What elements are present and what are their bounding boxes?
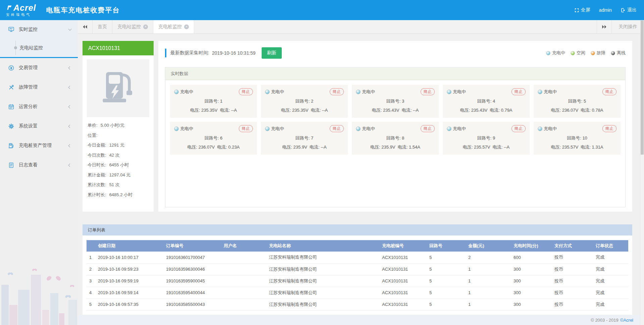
terminate-button[interactable]: 终止 — [421, 88, 435, 95]
channel-circuit: 回路号: 10 — [538, 135, 616, 141]
tabs-scroll-right-button[interactable] — [597, 20, 611, 34]
page-scrollbar[interactable] — [640, 20, 644, 325]
channel-meter: 电压: 235.43V 电流: --A — [356, 107, 435, 113]
orders-column-header: 订单状态 — [593, 240, 628, 252]
tab-pile-monitor[interactable]: 充电桩监控× — [153, 20, 194, 34]
legend-dot-icon — [611, 51, 615, 55]
sidebar-item-fault-mgmt[interactable]: 故障管理 — [0, 77, 78, 97]
monitor-icon — [8, 26, 14, 33]
sidebar-item-label: 交易管理 — [19, 65, 38, 71]
sidebar-item-label: 运营分析 — [19, 104, 38, 110]
terminate-button[interactable]: 终止 — [512, 125, 526, 132]
stat-label: 累计时长: — [88, 192, 106, 198]
channel-card: 充电中终止回路号: 2电压: 235.35V 电流: --A — [261, 85, 348, 118]
order-cell: 完成 — [593, 287, 628, 299]
terminate-button[interactable]: 终止 — [239, 88, 253, 95]
order-cell: 江苏安科瑞制造有限公司 — [266, 252, 379, 263]
terminate-button[interactable]: 终止 — [330, 88, 344, 95]
charging-status-icon — [174, 126, 179, 131]
scrollbar-thumb[interactable] — [641, 20, 644, 155]
order-cell: 1910163595400044 — [163, 287, 221, 299]
channel-status-label: 充电中 — [180, 89, 193, 95]
terminate-button[interactable]: 终止 — [421, 125, 435, 132]
order-cell: ACX1010131 — [379, 287, 427, 299]
channel-status: 充电中 — [174, 89, 193, 95]
station-id-header: ACX1010131 — [83, 41, 154, 55]
background-decoration — [0, 263, 78, 325]
legend-item: 空闲 — [571, 50, 585, 56]
terminate-button[interactable]: 终止 — [239, 125, 253, 132]
chevron-left-icon — [68, 66, 72, 69]
channel-status-label: 充电中 — [180, 126, 193, 132]
sidebar-item-pile-asset-mgmt[interactable]: 充电桩资产管理 — [0, 136, 78, 155]
channel-card: 充电中终止回路号: 6电压: 236.07V 电流: 0.23A — [170, 122, 257, 155]
tab-close-icon[interactable]: × — [143, 24, 148, 29]
top-header-bar: Acrel 安科瑞电气 电瓶车充电桩收费平台 全屏 admin 退出 — [0, 0, 644, 20]
channel-card: 充电中终止回路号: 1电压: 235.35V 电流: --A — [170, 85, 257, 118]
terminate-button[interactable]: 终止 — [602, 125, 616, 132]
username[interactable]: admin — [599, 7, 612, 13]
charging-status-icon — [356, 90, 361, 94]
fullscreen-button[interactable]: 全屏 — [574, 7, 590, 13]
tab-close-icon[interactable]: × — [184, 24, 189, 29]
stat-value: 51 次 — [109, 182, 120, 188]
tabs-scroll-left-button[interactable] — [78, 20, 93, 34]
station-stats: 单价:5.00 小时/元位置:今日金额:1291 元今日次数:42 次今日时长:… — [87, 122, 149, 198]
stat-label: 今日金额: — [88, 142, 106, 148]
channel-status: 充电中 — [265, 89, 284, 95]
close-operations-button[interactable]: 关闭操作 — [611, 20, 644, 34]
legend-label: 空闲 — [577, 50, 585, 56]
orders-column-header: 回路号 — [427, 240, 466, 252]
sidebar-subitem-label: 充电站监控 — [19, 45, 43, 51]
sidebar-item-log-view[interactable]: 日志查看 — [0, 155, 78, 175]
order-cell: 300 — [511, 275, 552, 287]
gear-icon — [8, 123, 14, 129]
channel-card: 充电中终止回路号: 8电压: 235.9V 电流: 1.54A — [352, 122, 439, 155]
tab-home[interactable]: 首页 — [93, 20, 112, 34]
order-row: 32019-10-16 09:59:191910163595900045江苏安科… — [87, 275, 628, 287]
sidebar-subitem-station-monitor[interactable]: 充电站监控 — [0, 39, 78, 57]
collect-time-value: 2019-10-16 10:31:59 — [212, 50, 256, 56]
footer-brand-link[interactable]: ©Acrel — [620, 318, 633, 323]
tab-station-monitor[interactable]: 充电站监控× — [112, 20, 153, 34]
order-cell: 5 — [87, 299, 95, 310]
order-cell: 4 — [87, 287, 95, 299]
terminate-button[interactable]: 终止 — [602, 88, 616, 95]
order-cell: 1910163596300046 — [163, 263, 221, 275]
butterfly-decoration — [8, 273, 13, 277]
stat-value: 6485.2 小时 — [109, 192, 132, 198]
logo-text: Acrel — [13, 4, 36, 12]
chevron-left-icon — [68, 163, 72, 167]
orders-table-head-row: 创建日期订单编号用户名充电站名称充电桩编号回路号金额(元)充电时间(分)支付方式… — [87, 240, 628, 252]
channel-meter: 电压: 235.9V 电流: 1.54A — [356, 144, 435, 150]
channel-status: 充电中 — [447, 89, 466, 95]
orders-table-body: 12019-10-16 10:00:171910163601700047江苏安科… — [87, 252, 628, 310]
order-cell: 1 — [87, 252, 95, 263]
refresh-button[interactable]: 刷新 — [262, 47, 282, 59]
channel-card: 充电中终止回路号: 9电压: 235.57V 电流: --A — [443, 122, 530, 155]
sidebar-item-transaction-mgmt[interactable]: 交易管理 — [0, 58, 78, 77]
order-cell — [221, 299, 266, 310]
order-cell: 600 — [511, 252, 552, 263]
charging-status-icon — [538, 90, 542, 94]
legend-item: 故障 — [591, 50, 605, 56]
content-area: ACX1010131 单价:5.00 小时/元位置:今日金额:1291 元今日次… — [78, 34, 640, 315]
charger-icon — [8, 143, 14, 149]
sidebar-item-realtime-monitor[interactable]: 实时监控 — [0, 20, 78, 39]
order-cell: 江苏安科瑞制造有限公司 — [266, 299, 379, 310]
order-cell: 江苏安科瑞制造有限公司 — [266, 287, 379, 299]
terminate-button[interactable]: 终止 — [330, 125, 344, 132]
channel-status: 充电中 — [174, 126, 193, 132]
logout-button[interactable]: 退出 — [621, 7, 637, 13]
order-cell: 5 — [427, 287, 466, 299]
order-cell: 1 — [466, 275, 511, 287]
terminate-button[interactable]: 终止 — [512, 88, 526, 95]
chevron-left-icon — [68, 86, 72, 89]
accent-bar — [165, 49, 166, 57]
orders-table: 创建日期订单编号用户名充电站名称充电桩编号回路号金额(元)充电时间(分)支付方式… — [87, 240, 628, 311]
sidebar-item-label: 系统设置 — [19, 123, 38, 129]
channel-status-label: 充电中 — [362, 89, 375, 95]
legend-dot-icon — [571, 51, 575, 55]
sidebar-item-operation-analysis[interactable]: 运营分析 — [0, 97, 78, 116]
sidebar-item-system-settings[interactable]: 系统设置 — [0, 116, 78, 136]
